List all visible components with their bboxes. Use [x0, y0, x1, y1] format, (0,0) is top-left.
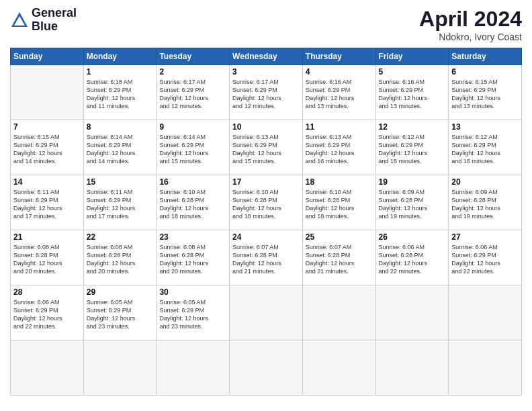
- table-row: [449, 285, 522, 340]
- date-number: 7: [13, 122, 81, 132]
- cell-info: Sunrise: 6:17 AM Sunset: 6:29 PM Dayligh…: [159, 78, 226, 111]
- cell-info: Sunrise: 6:16 AM Sunset: 6:29 PM Dayligh…: [379, 78, 446, 111]
- table-row: 19Sunrise: 6:09 AM Sunset: 6:28 PM Dayli…: [375, 175, 449, 230]
- header-row: Sunday Monday Tuesday Wednesday Thursday…: [11, 48, 522, 65]
- cell-info: Sunrise: 6:05 AM Sunset: 6:29 PM Dayligh…: [87, 298, 154, 331]
- date-number: 15: [87, 177, 154, 187]
- date-number: 16: [159, 177, 226, 187]
- cell-info: Sunrise: 6:13 AM Sunset: 6:29 PM Dayligh…: [232, 133, 300, 166]
- table-row: 15Sunrise: 6:11 AM Sunset: 6:29 PM Dayli…: [83, 175, 157, 230]
- table-row: [83, 340, 157, 396]
- date-number: 30: [159, 287, 226, 297]
- date-number: 19: [379, 177, 446, 187]
- cell-info: Sunrise: 6:06 AM Sunset: 6:28 PM Dayligh…: [379, 243, 446, 276]
- table-row: 24Sunrise: 6:07 AM Sunset: 6:28 PM Dayli…: [230, 230, 303, 285]
- table-row: [11, 340, 84, 396]
- calendar-table: Sunday Monday Tuesday Wednesday Thursday…: [10, 48, 522, 396]
- table-row: 1Sunrise: 6:18 AM Sunset: 6:29 PM Daylig…: [83, 65, 157, 120]
- cell-info: Sunrise: 6:08 AM Sunset: 6:28 PM Dayligh…: [13, 243, 81, 276]
- logo-line2: Blue: [32, 20, 77, 34]
- date-number: 5: [379, 67, 446, 77]
- page: General Blue April 2024 Ndokro, Ivory Co…: [0, 0, 532, 411]
- title-section: April 2024 Ndokro, Ivory Coast: [419, 7, 522, 42]
- date-number: 27: [451, 232, 519, 242]
- date-number: 28: [13, 287, 81, 297]
- date-number: 11: [306, 122, 373, 132]
- logo-line1: General: [32, 7, 77, 20]
- date-number: 8: [87, 122, 154, 132]
- date-number: 21: [13, 232, 81, 242]
- date-number: 12: [379, 122, 446, 132]
- date-number: 26: [379, 232, 446, 242]
- date-number: 9: [159, 122, 226, 132]
- date-number: 13: [451, 122, 519, 132]
- cell-info: Sunrise: 6:10 AM Sunset: 6:28 PM Dayligh…: [159, 188, 226, 221]
- cell-info: Sunrise: 6:07 AM Sunset: 6:28 PM Dayligh…: [306, 243, 373, 276]
- date-number: 29: [87, 287, 154, 297]
- date-number: 18: [306, 177, 373, 187]
- cell-info: Sunrise: 6:15 AM Sunset: 6:29 PM Dayligh…: [451, 78, 519, 111]
- location: Ndokro, Ivory Coast: [419, 32, 522, 42]
- cell-info: Sunrise: 6:15 AM Sunset: 6:29 PM Dayligh…: [13, 133, 81, 166]
- logo: General Blue: [10, 7, 77, 34]
- table-row: 4Sunrise: 6:16 AM Sunset: 6:29 PM Daylig…: [302, 65, 375, 120]
- table-row: [302, 340, 375, 396]
- col-sunday: Sunday: [11, 48, 84, 65]
- table-row: 28Sunrise: 6:06 AM Sunset: 6:29 PM Dayli…: [11, 285, 84, 340]
- cell-info: Sunrise: 6:12 AM Sunset: 6:29 PM Dayligh…: [451, 133, 519, 166]
- table-row: 29Sunrise: 6:05 AM Sunset: 6:29 PM Dayli…: [83, 285, 157, 340]
- cell-info: Sunrise: 6:17 AM Sunset: 6:29 PM Dayligh…: [232, 78, 300, 111]
- table-row: [375, 285, 449, 340]
- cell-info: Sunrise: 6:09 AM Sunset: 6:28 PM Dayligh…: [451, 188, 519, 221]
- table-row: 17Sunrise: 6:10 AM Sunset: 6:28 PM Dayli…: [230, 175, 303, 230]
- cell-info: Sunrise: 6:18 AM Sunset: 6:29 PM Dayligh…: [87, 78, 154, 111]
- cell-info: Sunrise: 6:05 AM Sunset: 6:29 PM Dayligh…: [159, 298, 226, 331]
- table-row: [449, 340, 522, 396]
- date-number: 22: [87, 232, 154, 242]
- table-row: 5Sunrise: 6:16 AM Sunset: 6:29 PM Daylig…: [375, 65, 449, 120]
- table-row: [375, 340, 449, 396]
- date-number: 17: [232, 177, 300, 187]
- table-row: 13Sunrise: 6:12 AM Sunset: 6:29 PM Dayli…: [449, 120, 522, 175]
- cell-info: Sunrise: 6:11 AM Sunset: 6:29 PM Dayligh…: [13, 188, 81, 221]
- cell-info: Sunrise: 6:08 AM Sunset: 6:28 PM Dayligh…: [159, 243, 226, 276]
- table-row: [11, 65, 84, 120]
- cell-info: Sunrise: 6:10 AM Sunset: 6:28 PM Dayligh…: [232, 188, 300, 221]
- col-tuesday: Tuesday: [157, 48, 230, 65]
- date-number: 1: [87, 67, 154, 77]
- month-title: April 2024: [419, 7, 522, 32]
- cell-info: Sunrise: 6:10 AM Sunset: 6:28 PM Dayligh…: [306, 188, 373, 221]
- table-row: 20Sunrise: 6:09 AM Sunset: 6:28 PM Dayli…: [449, 175, 522, 230]
- col-wednesday: Wednesday: [230, 48, 303, 65]
- col-monday: Monday: [83, 48, 157, 65]
- cell-info: Sunrise: 6:09 AM Sunset: 6:28 PM Dayligh…: [379, 188, 446, 221]
- date-number: 25: [306, 232, 373, 242]
- table-row: 2Sunrise: 6:17 AM Sunset: 6:29 PM Daylig…: [157, 65, 230, 120]
- cell-info: Sunrise: 6:08 AM Sunset: 6:28 PM Dayligh…: [87, 243, 154, 276]
- table-row: [302, 285, 375, 340]
- date-number: 2: [159, 67, 226, 77]
- table-row: 6Sunrise: 6:15 AM Sunset: 6:29 PM Daylig…: [449, 65, 522, 120]
- table-row: 23Sunrise: 6:08 AM Sunset: 6:28 PM Dayli…: [157, 230, 230, 285]
- table-row: 7Sunrise: 6:15 AM Sunset: 6:29 PM Daylig…: [11, 120, 84, 175]
- cell-info: Sunrise: 6:14 AM Sunset: 6:29 PM Dayligh…: [87, 133, 154, 166]
- col-thursday: Thursday: [302, 48, 375, 65]
- cell-info: Sunrise: 6:14 AM Sunset: 6:29 PM Dayligh…: [159, 133, 226, 166]
- header: General Blue April 2024 Ndokro, Ivory Co…: [10, 7, 522, 42]
- logo-text: General Blue: [32, 7, 77, 34]
- date-number: 4: [306, 67, 373, 77]
- date-number: 20: [451, 177, 519, 187]
- table-row: 30Sunrise: 6:05 AM Sunset: 6:29 PM Dayli…: [157, 285, 230, 340]
- table-row: [230, 340, 303, 396]
- table-row: 22Sunrise: 6:08 AM Sunset: 6:28 PM Dayli…: [83, 230, 157, 285]
- table-row: [157, 340, 230, 396]
- table-row: 9Sunrise: 6:14 AM Sunset: 6:29 PM Daylig…: [157, 120, 230, 175]
- date-number: 24: [232, 232, 300, 242]
- table-row: 27Sunrise: 6:06 AM Sunset: 6:29 PM Dayli…: [449, 230, 522, 285]
- table-row: [230, 285, 303, 340]
- cell-info: Sunrise: 6:06 AM Sunset: 6:29 PM Dayligh…: [13, 298, 81, 331]
- date-number: 10: [232, 122, 300, 132]
- table-row: 25Sunrise: 6:07 AM Sunset: 6:28 PM Dayli…: [302, 230, 375, 285]
- date-number: 3: [232, 67, 300, 77]
- table-row: 14Sunrise: 6:11 AM Sunset: 6:29 PM Dayli…: [11, 175, 84, 230]
